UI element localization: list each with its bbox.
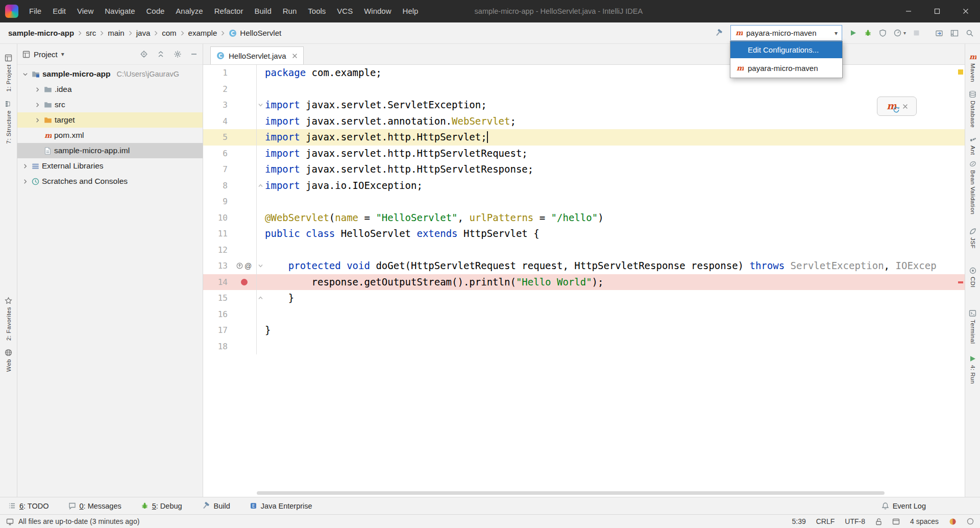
gutter-icon-area[interactable] (232, 306, 256, 323)
line-number[interactable]: 8 (203, 178, 232, 194)
gutter-icon-area[interactable] (232, 97, 256, 113)
line-number[interactable]: 17 (203, 322, 232, 339)
code-line-1[interactable]: 1package com.example; (203, 65, 965, 81)
encoding-widget[interactable]: UTF-8 (845, 517, 865, 525)
toolwindow-button-bean-validation[interactable]: Bean Validation (969, 160, 976, 214)
fold-marker-icon[interactable] (258, 102, 263, 108)
gutter-icon-area[interactable] (232, 161, 256, 178)
toolwindow-button-database[interactable]: Database (969, 90, 976, 128)
code-line-5[interactable]: 5import javax.servlet.http.HttpServlet; (203, 129, 965, 146)
tree-item-sample-micro-app[interactable]: sample-micro-appC:\Users\jGauravG (17, 66, 203, 82)
menu-view[interactable]: View (71, 0, 99, 22)
breadcrumb-item-example[interactable]: example (188, 29, 217, 37)
code-line-6[interactable]: 6import javax.servlet.http.HttpServletRe… (203, 146, 965, 162)
toolwindow-button-terminal[interactable]: Terminal (969, 309, 976, 344)
line-number[interactable]: 11 (203, 226, 232, 242)
error-stripe[interactable] (957, 65, 965, 497)
dropdown-item-edit-configurations[interactable]: Edit Configurations... (730, 41, 842, 58)
override-icon[interactable] (236, 262, 243, 269)
toolwindow-button-2-favorites[interactable]: 2: Favorites (5, 297, 12, 341)
chevron-right-icon[interactable] (21, 179, 29, 184)
run-config-selector[interactable]: m payara-micro-maven ▾ (730, 25, 842, 41)
menu-code[interactable]: Code (140, 0, 170, 22)
line-ending-widget[interactable]: CRLF (816, 517, 835, 525)
code-line-15[interactable]: 15 } (203, 290, 965, 306)
fold-column[interactable] (256, 178, 264, 194)
chevron-right-icon[interactable] (21, 163, 29, 169)
toolwindow-button-4-run[interactable]: 4: Run (969, 355, 976, 384)
line-number[interactable]: 2 (203, 81, 232, 98)
gutter-icon-area[interactable] (232, 322, 256, 339)
tree-item-target[interactable]: target (17, 112, 203, 128)
close-button[interactable] (951, 0, 980, 22)
tree-item-src[interactable]: src (17, 97, 203, 112)
line-number[interactable]: 7 (203, 161, 232, 178)
dropdown-item-payara-micro-maven[interactable]: mpayara-micro-maven (730, 58, 842, 78)
gutter-icon-area[interactable] (232, 226, 256, 242)
chevron-down-icon[interactable]: ▾ (61, 51, 64, 58)
indent-widget[interactable]: 4 spaces (910, 517, 939, 525)
menu-refactor[interactable]: Refactor (209, 0, 249, 22)
fold-column[interactable] (256, 97, 264, 113)
breadcrumb-item-helloservlet[interactable]: CHelloServlet (229, 29, 281, 37)
maven-reimport-button[interactable]: m (886, 101, 896, 111)
breadcrumb-item-main[interactable]: main (108, 29, 125, 37)
close-icon[interactable] (902, 104, 908, 109)
settings-gear-icon[interactable] (174, 50, 182, 58)
toolwindow-button-1-project[interactable]: 1: Project (5, 54, 12, 92)
code-line-17[interactable]: 17} (203, 322, 965, 339)
toolwindow-button-cdi[interactable]: CDI (969, 267, 976, 287)
close-tab-icon[interactable] (292, 53, 298, 59)
project-view-selector[interactable]: Project (34, 50, 58, 59)
code-line-10[interactable]: 10@WebServlet(name = "HelloServlet", url… (203, 210, 965, 226)
line-number[interactable]: 6 (203, 146, 232, 162)
menu-run[interactable]: Run (277, 0, 303, 22)
toolbar-button-5-debug[interactable]: 5: Debug (141, 502, 182, 510)
code-line-2[interactable]: 2 (203, 81, 965, 98)
editor-tab-helloservlet[interactable]: C HelloServlet.java (210, 46, 304, 64)
layout-icon[interactable] (950, 29, 959, 37)
fold-column[interactable] (256, 290, 264, 306)
gutter-icon-area[interactable] (232, 194, 256, 210)
breakpoint-icon[interactable] (241, 279, 248, 285)
hammer-icon[interactable] (715, 29, 723, 37)
code-line-11[interactable]: 11public class HelloServlet extends Http… (203, 226, 965, 242)
tree-item-external-libraries[interactable]: External Libraries (17, 158, 203, 174)
chevron-down-icon[interactable] (21, 71, 29, 77)
tree-item-pom-xml[interactable]: mpom.xml (17, 128, 203, 143)
gutter-icon-area[interactable] (232, 242, 256, 258)
menu-window[interactable]: Window (358, 0, 397, 22)
collapse-all-button[interactable] (157, 50, 165, 58)
toolwindow-button-jsf[interactable]: JSF (969, 228, 976, 249)
maximize-button[interactable] (923, 0, 951, 22)
line-number[interactable]: 4 (203, 113, 232, 130)
toolwindow-button-7-structure[interactable]: 7: Structure (5, 100, 12, 143)
menu-vcs[interactable]: VCS (331, 0, 358, 22)
code-line-9[interactable]: 9 (203, 194, 965, 210)
project-structure-icon[interactable] (935, 29, 943, 37)
code-line-8[interactable]: 8import java.io.IOException; (203, 178, 965, 194)
line-number[interactable]: 16 (203, 306, 232, 323)
gutter-icon-area[interactable] (232, 129, 256, 146)
lock-icon[interactable] (875, 518, 882, 525)
code-line-16[interactable]: 16 (203, 306, 965, 323)
menu-analyze[interactable]: Analyze (170, 0, 208, 22)
tree-item-scratches-and-consoles[interactable]: Scratches and Consoles (17, 174, 203, 189)
gutter-icon-area[interactable] (232, 210, 256, 226)
fold-marker-icon[interactable] (258, 183, 263, 188)
gutter-icon-area[interactable] (232, 113, 256, 130)
line-number[interactable]: 10 (203, 210, 232, 226)
menu-help[interactable]: Help (397, 0, 424, 22)
toolwindow-access-icon[interactable] (6, 518, 14, 525)
chevron-down-icon[interactable]: ▾ (903, 30, 906, 36)
toolbar-button-java-enterprise[interactable]: EJava Enterprise (250, 502, 312, 510)
hide-panel-button[interactable] (190, 51, 198, 58)
gutter-icon-area[interactable] (232, 339, 256, 355)
code-line-3[interactable]: 3import javax.servlet.ServletException; (203, 97, 965, 113)
line-number[interactable]: 14 (203, 274, 232, 291)
coverage-icon[interactable] (879, 29, 887, 37)
error-stripe-breakpoint-mark[interactable] (958, 281, 963, 283)
fold-marker-icon[interactable] (258, 295, 263, 301)
chevron-right-icon[interactable] (34, 87, 41, 92)
progress-icon[interactable] (967, 518, 974, 525)
